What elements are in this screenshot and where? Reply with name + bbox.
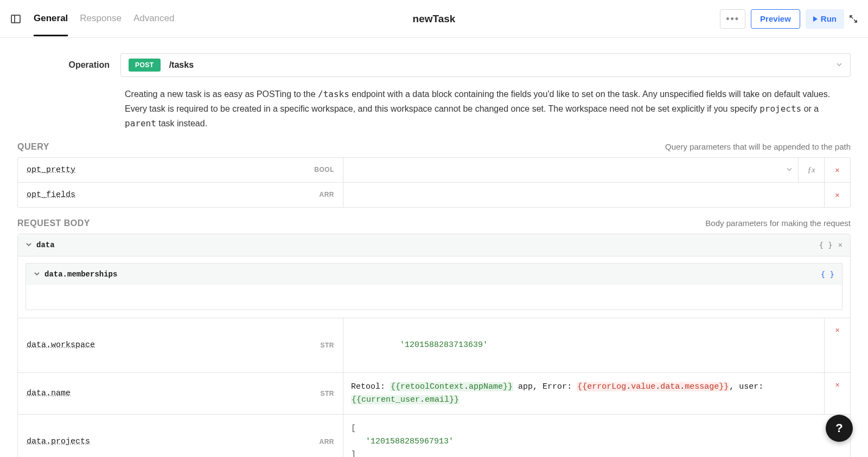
panel-toggle-icon[interactable] xyxy=(11,15,21,23)
param-type: ARR xyxy=(320,191,335,198)
param-type: STR xyxy=(321,342,335,349)
expand-icon[interactable] xyxy=(850,15,857,23)
header-actions: ••• Preview Run xyxy=(720,9,857,29)
content: Operation POST /tasks Creating a new tas… xyxy=(0,38,868,457)
param-name: opt_pretty xyxy=(27,165,75,175)
operation-label: Operation xyxy=(17,60,110,70)
preview-button[interactable]: Preview xyxy=(751,9,800,29)
query-key-opt-fields: opt_fields ARR xyxy=(18,183,343,207)
operation-select[interactable]: POST /tasks xyxy=(120,53,851,77)
param-name: data.workspace xyxy=(27,340,95,350)
body-row-workspace: data.workspace STR '1201588283713639' × xyxy=(18,318,850,373)
query-key-opt-pretty: opt_pretty BOOL xyxy=(18,158,343,182)
memberships-group-label: data.memberships xyxy=(44,270,117,279)
query-value-opt-fields[interactable] xyxy=(343,183,824,207)
header: General Response Advanced newTask ••• Pr… xyxy=(0,0,868,38)
close-icon[interactable]: × xyxy=(838,241,843,249)
delete-button[interactable]: × xyxy=(824,183,850,207)
chevron-down-icon xyxy=(786,165,793,175)
header-left: General Response Advanced xyxy=(11,1,175,36)
fx-icon: ƒx xyxy=(807,165,815,175)
tab-response[interactable]: Response xyxy=(80,1,122,36)
operation-description: Creating a new task is as easy as POSTin… xyxy=(125,87,851,131)
close-icon: × xyxy=(835,190,840,199)
param-name: data.projects xyxy=(27,437,90,446)
close-icon: × xyxy=(835,165,840,175)
chevron-down-icon xyxy=(836,61,843,69)
param-type: STR xyxy=(321,390,335,397)
param-name: data.name xyxy=(27,389,71,398)
operation-row: Operation POST /tasks xyxy=(17,53,851,77)
braces-icon[interactable]: { } xyxy=(821,270,834,279)
param-type: BOOL xyxy=(314,166,334,173)
tab-general[interactable]: General xyxy=(34,1,68,36)
memberships-group-actions: { } xyxy=(821,270,834,279)
query-table: opt_pretty BOOL ƒx × opt_fields ARR × xyxy=(17,157,851,208)
run-button[interactable]: Run xyxy=(806,9,844,29)
tabs: General Response Advanced xyxy=(34,1,175,36)
delete-button[interactable]: × xyxy=(824,318,850,372)
body-key-projects: data.projects ARR xyxy=(18,415,343,457)
body-hint: Body parameters for making the request xyxy=(705,218,851,228)
body-row-name: data.name STR Retool: {{retoolContext.ap… xyxy=(18,373,850,415)
body-value-name[interactable]: Retool: {{retoolContext.appName}} app, E… xyxy=(343,373,824,414)
body-rows: data.workspace STR '1201588283713639' × … xyxy=(18,318,850,457)
chevron-down-icon[interactable] xyxy=(25,241,32,249)
body-key-name: data.name STR xyxy=(18,373,343,414)
data-group-header[interactable]: data { } × xyxy=(18,234,850,256)
body-key-workspace: data.workspace STR xyxy=(18,318,343,372)
body-value-workspace[interactable]: '1201588283713639' xyxy=(343,318,824,372)
help-fab[interactable]: ? xyxy=(826,415,853,442)
close-icon: × xyxy=(835,326,839,334)
query-row-opt-fields: opt_fields ARR × xyxy=(18,183,850,207)
page-title: newTask xyxy=(413,13,456,25)
memberships-group-header[interactable]: data.memberships { } xyxy=(25,263,843,285)
tab-advanced[interactable]: Advanced xyxy=(133,1,175,36)
delete-button[interactable]: × xyxy=(824,158,850,182)
body-row-projects: data.projects ARR [ '1201588285967913' ] xyxy=(18,415,850,457)
delete-button[interactable]: × xyxy=(824,373,850,414)
data-group-label: data xyxy=(36,241,55,249)
close-icon: × xyxy=(835,381,839,389)
query-value-opt-pretty[interactable] xyxy=(343,158,798,182)
fx-button[interactable]: ƒx xyxy=(798,158,824,182)
play-icon xyxy=(813,16,818,22)
chevron-down-icon[interactable] xyxy=(34,270,40,279)
query-row-opt-pretty: opt_pretty BOOL ƒx × xyxy=(18,158,850,183)
help-icon: ? xyxy=(835,421,843,435)
body-section-head: REQUEST BODY Body parameters for making … xyxy=(17,218,851,228)
query-title: QUERY xyxy=(17,142,49,152)
more-menu-button[interactable]: ••• xyxy=(720,9,745,29)
body-value-projects[interactable]: [ '1201588285967913' ] xyxy=(343,415,824,457)
query-hint: Query parameters that will be appended t… xyxy=(665,142,851,151)
method-badge: POST xyxy=(129,59,161,72)
body-block: data { } × data.memberships { } dat xyxy=(17,234,851,457)
braces-icon[interactable]: { } xyxy=(819,241,833,249)
memberships-input[interactable] xyxy=(25,285,843,310)
param-name: opt_fields xyxy=(27,190,75,199)
param-type: ARR xyxy=(320,438,335,446)
run-button-label: Run xyxy=(821,14,837,23)
query-section-head: QUERY Query parameters that will be appe… xyxy=(17,142,851,152)
body-title: REQUEST BODY xyxy=(17,218,90,228)
data-group-actions: { } × xyxy=(819,241,843,249)
operation-path: /tasks xyxy=(169,60,194,70)
